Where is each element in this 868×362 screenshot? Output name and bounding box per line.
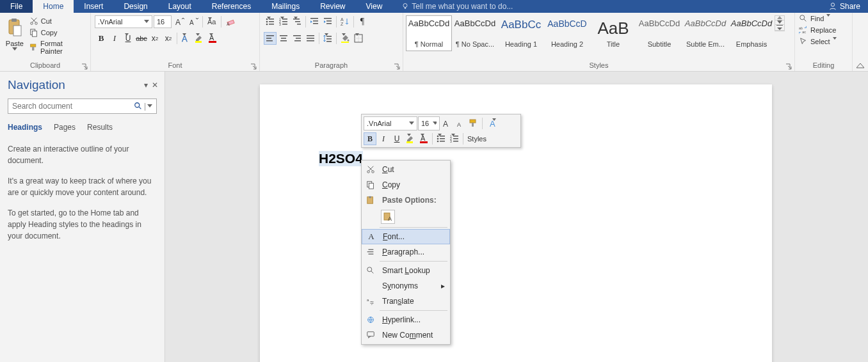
style-subtitle[interactable]: AaBbCcDdSubtitle — [636, 15, 682, 51]
nav-tab-pages[interactable]: Pages — [54, 123, 76, 132]
bold-button[interactable]: B — [95, 32, 108, 45]
chevron-down-icon[interactable] — [147, 104, 152, 108]
mini-bullets[interactable] — [435, 132, 447, 145]
mini-highlight[interactable] — [404, 132, 417, 145]
ctx-cut[interactable]: Cut — [362, 162, 450, 177]
tab-mailings[interactable]: Mailings — [261, 0, 310, 13]
ctx-paragraph[interactable]: Paragraph... — [362, 244, 450, 260]
nav-tab-results[interactable]: Results — [87, 123, 113, 132]
ctx-hyperlink[interactable]: Hyperlink... — [362, 312, 450, 327]
search-icon[interactable] — [134, 102, 143, 111]
grow-font-button[interactable]: A — [173, 15, 186, 28]
styles-down[interactable] — [775, 20, 784, 25]
replace-button[interactable]: abacReplace — [799, 26, 836, 35]
nav-search[interactable]: | — [8, 98, 157, 114]
find-button[interactable]: Find — [799, 14, 835, 23]
styles-more[interactable] — [775, 25, 784, 31]
ctx-copy[interactable]: Copy — [362, 177, 450, 193]
ctx-translate[interactable]: a字Translate — [362, 294, 450, 309]
styles-up[interactable] — [775, 16, 784, 20]
clear-formatting-button[interactable]: A — [224, 15, 237, 28]
style-heading2[interactable]: AaBbCcDHeading 2 — [544, 15, 590, 51]
select-button[interactable]: Select — [799, 37, 842, 46]
underline-button[interactable]: U — [122, 32, 134, 45]
font-name-combo[interactable]: .VnArial — [95, 15, 152, 28]
multilevel-list-button[interactable] — [291, 15, 303, 28]
superscript-button[interactable]: x2 — [162, 32, 175, 45]
increase-indent-button[interactable] — [321, 15, 334, 28]
nav-close[interactable]: ✕ — [152, 81, 158, 90]
more-icon — [776, 25, 783, 30]
sort-button[interactable]: AZ — [339, 15, 351, 28]
styles-launcher[interactable] — [785, 63, 792, 70]
style-heading1[interactable]: AaBbCcHeading 1 — [498, 15, 544, 51]
font-color-button[interactable]: A — [206, 32, 219, 45]
ctx-font[interactable]: AFont... — [362, 229, 450, 244]
nav-dropdown[interactable]: ▾ — [144, 81, 148, 90]
mini-shrink-font[interactable]: A — [454, 117, 467, 130]
ctx-smart-lookup[interactable]: Smart Lookup — [362, 263, 450, 278]
format-painter-button[interactable]: Format Painter — [29, 40, 84, 55]
svg-rect-4 — [12, 19, 17, 22]
bullets-button[interactable] — [264, 15, 277, 28]
highlight-button[interactable] — [193, 32, 205, 45]
style-normal[interactable]: AaBbCcDd¶ Normal — [406, 15, 452, 51]
change-case-button[interactable]: Aa — [205, 15, 218, 28]
mini-styles-label[interactable]: Styles — [465, 135, 488, 143]
tab-references[interactable]: References — [202, 0, 261, 13]
mini-font-color[interactable]: A — [417, 132, 430, 145]
font-launcher[interactable] — [250, 63, 257, 70]
style-nospacing[interactable]: AaBbCcDd¶ No Spac... — [452, 15, 498, 51]
copy-button[interactable]: Copy — [29, 28, 84, 37]
align-left-button[interactable] — [264, 32, 277, 45]
text-effects-button[interactable]: A — [179, 32, 192, 45]
mini-format-painter[interactable] — [467, 117, 480, 130]
shading-button[interactable] — [339, 32, 351, 45]
style-subtle-em[interactable]: AaBbCcDdSubtle Em... — [682, 15, 728, 51]
mini-size-combo[interactable]: 16 — [418, 116, 440, 130]
borders-button[interactable] — [352, 32, 365, 45]
ctx-new-comment[interactable]: New Comment — [362, 327, 450, 343]
show-marks-button[interactable]: ¶ — [356, 15, 369, 28]
collapse-ribbon[interactable] — [853, 13, 868, 71]
tab-file[interactable]: File — [0, 0, 33, 13]
share-button[interactable]: Share — [821, 0, 868, 13]
subscript-button[interactable]: x2 — [149, 32, 161, 45]
paste-button[interactable]: Paste — [4, 15, 26, 51]
document-text[interactable]: H2SO4 — [319, 151, 363, 166]
tab-view[interactable]: View — [356, 0, 393, 13]
ctx-synonyms[interactable]: Synonyms▸ — [362, 278, 450, 294]
ctx-paste-keep-text[interactable]: A — [362, 208, 450, 226]
tab-layout[interactable]: Layout — [158, 0, 202, 13]
style-title[interactable]: AaBTitle — [590, 15, 636, 51]
mini-styles[interactable]: A — [485, 117, 502, 130]
tab-design[interactable]: Design — [113, 0, 157, 13]
line-spacing-button[interactable] — [321, 32, 334, 45]
decrease-indent-button[interactable] — [308, 15, 321, 28]
shrink-font-button[interactable]: A — [187, 15, 200, 28]
mini-italic[interactable]: I — [377, 132, 390, 145]
justify-button[interactable] — [304, 32, 317, 45]
style-emphasis[interactable]: AaBbCcDdEmphasis — [728, 15, 775, 51]
strikethrough-button[interactable]: abc — [135, 32, 148, 45]
mini-underline[interactable]: U — [390, 132, 403, 145]
search-input[interactable] — [12, 102, 134, 111]
nav-tab-headings[interactable]: Headings — [8, 123, 42, 132]
tell-me[interactable]: Tell me what you want to do... — [392, 0, 513, 13]
numbering-button[interactable]: 123 — [277, 15, 290, 28]
tab-home[interactable]: Home — [33, 0, 74, 13]
cut-button[interactable]: Cut — [29, 17, 84, 26]
mini-grow-font[interactable]: A — [440, 117, 453, 130]
align-right-button[interactable] — [291, 32, 303, 45]
tab-insert[interactable]: Insert — [74, 0, 113, 13]
font-size-combo[interactable]: 16 — [154, 15, 172, 28]
italic-button[interactable]: I — [108, 32, 121, 45]
mini-font-combo[interactable]: .VnArial — [364, 116, 417, 130]
mini-numbering[interactable]: 123 — [448, 132, 461, 145]
align-center-button[interactable] — [277, 32, 290, 45]
styles-gallery[interactable]: AaBbCcDd¶ Normal AaBbCcDd¶ No Spac... Aa… — [406, 15, 775, 51]
mini-bold[interactable]: B — [364, 132, 376, 145]
tab-review[interactable]: Review — [310, 0, 355, 13]
paragraph-launcher[interactable] — [394, 63, 400, 70]
clipboard-launcher[interactable] — [81, 63, 88, 70]
